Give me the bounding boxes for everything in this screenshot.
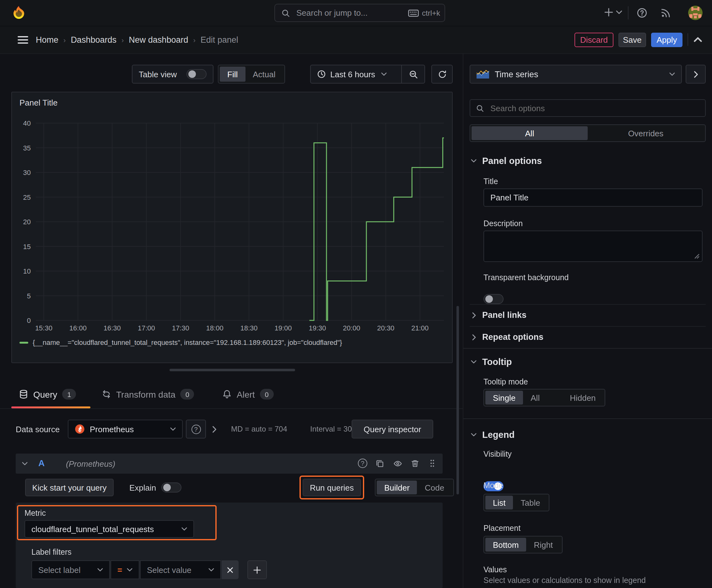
actions-divider: [688, 33, 688, 46]
y-tick-label: 15: [23, 243, 31, 251]
repeat-options-section[interactable]: Repeat options: [472, 332, 543, 342]
builder-option[interactable]: Builder: [377, 481, 417, 495]
fill-option[interactable]: Fill: [220, 67, 245, 82]
chevron-down-icon[interactable]: [22, 462, 28, 465]
query-datasource-hint: (Prometheus): [66, 459, 115, 469]
explain-toggle[interactable]: [161, 482, 181, 492]
viz-suggestions-button[interactable]: [686, 65, 706, 84]
section-divider: [463, 418, 712, 419]
help-button[interactable]: [637, 7, 647, 18]
tooltip-hidden-option[interactable]: Hidden: [562, 391, 603, 404]
save-button[interactable]: Save: [619, 33, 646, 47]
tab-transform[interactable]: Transform data 0: [102, 389, 194, 400]
apply-button[interactable]: Apply: [651, 33, 683, 47]
select-value-dropdown[interactable]: Select value: [140, 560, 221, 579]
placement-bottom-option[interactable]: Bottom: [486, 538, 526, 551]
remove-filter-button[interactable]: [222, 560, 239, 579]
panel-title-input[interactable]: Panel Title: [483, 188, 703, 207]
breadcrumb-home[interactable]: Home: [36, 35, 58, 45]
legend-list-option[interactable]: List: [486, 496, 513, 509]
operator-dropdown[interactable]: =: [110, 560, 139, 579]
chevron-right-icon: [472, 334, 476, 340]
datasource-name: Prometheus: [90, 424, 134, 434]
menu-toggle-button[interactable]: [18, 36, 28, 44]
visualization-picker[interactable]: Time series: [470, 65, 682, 84]
tooltip-header[interactable]: Tooltip: [471, 357, 512, 367]
query-options-summary[interactable]: MD = auto = 704: [231, 420, 287, 439]
remove-query-icon[interactable]: [411, 459, 419, 468]
tooltip-hidden-option[interactable]: [547, 391, 562, 404]
global-search[interactable]: ctrl+k: [274, 4, 445, 22]
add-filter-button[interactable]: [247, 560, 267, 579]
breadcrumb-separator: ›: [63, 36, 66, 44]
drag-handle-icon[interactable]: [429, 459, 435, 468]
run-queries-button[interactable]: Run queries: [303, 479, 361, 496]
query-inspector-button[interactable]: Query inspector: [352, 420, 433, 439]
query-ref-id: A: [38, 458, 45, 468]
toggle-knob: [486, 295, 493, 303]
panel-links-section[interactable]: Panel links: [472, 310, 526, 320]
chevron-down-icon: [616, 10, 622, 15]
placement-right-option[interactable]: Right: [526, 538, 560, 551]
actual-option[interactable]: Actual: [245, 67, 283, 82]
query-help-icon[interactable]: ?: [358, 459, 367, 468]
search-input[interactable]: [295, 7, 408, 18]
transform-count-badge: 0: [180, 389, 194, 400]
zoom-out-button[interactable]: [402, 69, 425, 79]
grafana-logo-icon[interactable]: [11, 5, 26, 20]
tab-all[interactable]: All: [472, 126, 588, 140]
clock-icon: [317, 70, 326, 79]
discard-button[interactable]: Discard: [575, 33, 613, 47]
table-view-toggle[interactable]: [187, 69, 207, 79]
new-menu-button[interactable]: [604, 7, 622, 17]
tooltip-single-option[interactable]: Single: [486, 391, 523, 404]
pane-resize-handle[interactable]: [170, 369, 295, 371]
resize-handle-icon[interactable]: [694, 254, 699, 259]
legend-item[interactable]: {__name__="cloudflared_tunnel_total_requ…: [19, 339, 342, 346]
y-tick-label: 30: [23, 169, 31, 176]
tooltip-all-option[interactable]: All: [523, 391, 547, 404]
viz-name: Time series: [495, 69, 538, 79]
left-pane-scrollbar[interactable]: [456, 306, 459, 495]
legend-table-option[interactable]: Table: [513, 496, 547, 509]
transparent-bg-toggle[interactable]: [483, 294, 503, 304]
breadcrumb-new-dashboard[interactable]: New dashboard: [129, 35, 188, 45]
x-tick-label: 18:00: [206, 324, 223, 332]
breadcrumb-dashboards[interactable]: Dashboards: [71, 35, 116, 45]
select-label-dropdown[interactable]: Select label: [31, 560, 110, 579]
alert-count-badge: 0: [260, 389, 274, 400]
duplicate-query-icon[interactable]: [375, 459, 384, 468]
options-search[interactable]: [470, 99, 706, 117]
panel-options-header[interactable]: Panel options: [471, 156, 542, 166]
close-icon: [226, 566, 234, 573]
breadcrumb-edit-panel: Edit panel: [201, 35, 238, 45]
y-tick-label: 0: [27, 317, 31, 324]
x-tick-label: 20:30: [377, 324, 394, 332]
hide-response-icon[interactable]: [393, 459, 403, 468]
metric-select[interactable]: cloudflared_tunnel_total_requests: [24, 520, 194, 538]
explain-label: Explain: [129, 479, 156, 496]
top-bar: ctrl+k: [0, 0, 712, 26]
legend-header[interactable]: Legend: [471, 430, 515, 440]
news-icon[interactable]: [661, 7, 671, 18]
tab-query[interactable]: Query 1: [19, 389, 76, 400]
code-option[interactable]: Code: [417, 481, 452, 495]
avatar[interactable]: [688, 6, 703, 20]
chevron-down-icon: [471, 360, 477, 364]
split-divider[interactable]: [463, 54, 463, 588]
tab-alert[interactable]: Alert 0: [222, 389, 274, 400]
query-options-chevron-icon[interactable]: [212, 426, 217, 433]
description-textarea[interactable]: [483, 231, 703, 262]
x-tick-label: 16:30: [104, 324, 121, 332]
collapse-options-button[interactable]: [694, 37, 702, 42]
chevron-down-icon: [170, 427, 176, 431]
query-row-header[interactable]: A (Prometheus) ?: [16, 454, 443, 474]
kick-start-query-button[interactable]: Kick start your query: [25, 479, 114, 496]
datasource-picker[interactable]: Prometheus: [68, 420, 183, 439]
chevron-down-icon: [97, 568, 103, 572]
time-range-picker[interactable]: Last 6 hours: [311, 69, 401, 79]
refresh-button[interactable]: [431, 65, 453, 84]
datasource-help-button[interactable]: ?: [186, 420, 206, 439]
tab-overrides[interactable]: Overrides: [588, 126, 704, 140]
options-search-input[interactable]: [489, 103, 699, 113]
